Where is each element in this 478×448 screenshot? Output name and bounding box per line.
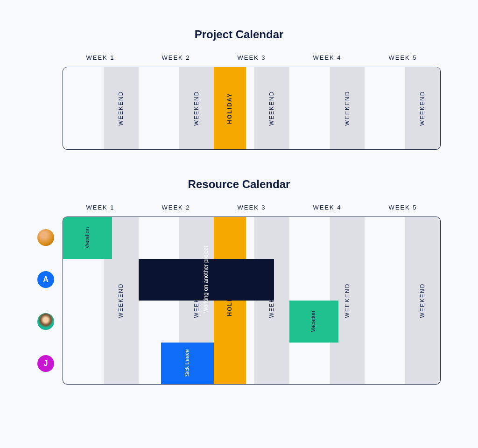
avatar — [37, 229, 54, 246]
week-header: WEEK 2 — [138, 204, 214, 211]
resource-week-headers: WEEK 1 WEEK 2 WEEK 3 WEEK 4 WEEK 5 — [63, 204, 441, 211]
weekend-strip: WEEKEND — [405, 67, 440, 149]
resource-calendar-section: Resource Calendar WEEK 1 WEEK 2 WEEK 3 W… — [37, 178, 441, 385]
avatar: A — [37, 271, 54, 288]
resource-row: Sick Leave — [63, 343, 440, 385]
week-header: WEEK 1 — [63, 204, 138, 211]
project-board: WEEKEND WEEKEND WEEKEND WEEKEND WEEKEND … — [63, 67, 441, 150]
bar-vacation: Vacation — [289, 301, 338, 343]
resource-rows: Vacation Working on another project Vaca… — [63, 217, 440, 384]
resource-wrapper: A J WEEKEND WEEKEND WEEKEND — [37, 217, 441, 385]
weekend-strip: WEEKEND — [179, 67, 214, 149]
avatar-column: A J — [37, 217, 63, 385]
resource-row: Vacation — [63, 301, 440, 343]
week-header: WEEK 3 — [214, 54, 289, 61]
week-header: WEEK 5 — [365, 54, 441, 61]
resource-board: WEEKEND WEEKEND WEEKEND WEEKEND WEEKEND — [63, 217, 441, 385]
resource-row: Vacation — [63, 217, 440, 259]
bar-vacation: Vacation — [63, 217, 112, 259]
bar-working: Working on another project — [139, 259, 274, 301]
weekend-strip: WEEKEND — [104, 67, 139, 149]
avatar: J — [37, 355, 54, 372]
resource-title: Resource Calendar — [37, 178, 441, 191]
project-week-headers: WEEK 1 WEEK 2 WEEK 3 WEEK 4 WEEK 5 — [63, 54, 441, 61]
avatar — [37, 313, 54, 330]
weekend-strip: WEEKEND — [254, 67, 289, 149]
week-header: WEEK 4 — [289, 54, 365, 61]
week-header: WEEK 1 — [63, 54, 138, 61]
week-header: WEEK 5 — [365, 204, 441, 211]
project-title: Project Calendar — [37, 28, 441, 41]
week-header: WEEK 4 — [289, 204, 365, 211]
resource-row: Working on another project — [63, 259, 440, 301]
holiday-strip: HOLIDAY — [214, 67, 246, 149]
bar-sick-leave: Sick Leave — [161, 343, 214, 385]
weekend-strip: WEEKEND — [330, 67, 365, 149]
project-columns: WEEKEND WEEKEND WEEKEND WEEKEND WEEKEND — [63, 67, 440, 149]
project-calendar-section: Project Calendar WEEK 1 WEEK 2 WEEK 3 WE… — [37, 28, 441, 150]
week-header: WEEK 2 — [138, 54, 214, 61]
week-header: WEEK 3 — [214, 204, 289, 211]
